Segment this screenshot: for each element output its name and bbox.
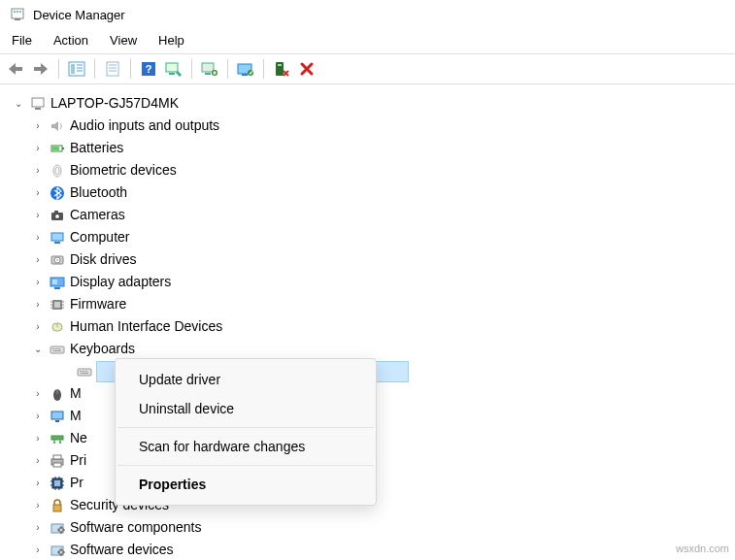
tree-category[interactable]: ›Human Interface Devices bbox=[4, 315, 731, 338]
tree-category[interactable]: ›Display adapters bbox=[4, 271, 731, 293]
caret-right-icon[interactable]: › bbox=[31, 164, 45, 178]
svg-rect-60 bbox=[58, 348, 60, 349]
svg-rect-95 bbox=[58, 529, 59, 531]
caret-right-icon[interactable]: › bbox=[31, 454, 45, 468]
svg-rect-32 bbox=[52, 147, 59, 150]
svg-rect-12 bbox=[107, 62, 118, 76]
svg-rect-24 bbox=[242, 74, 248, 76]
forward-button[interactable] bbox=[29, 57, 52, 81]
tree-category-label: Pr bbox=[70, 472, 84, 494]
tree-category-label: Human Interface Devices bbox=[70, 315, 222, 338]
svg-point-92 bbox=[60, 529, 62, 531]
battery-icon bbox=[49, 140, 66, 157]
caret-right-icon[interactable]: › bbox=[31, 119, 45, 133]
tree-category[interactable]: ›Cameras bbox=[4, 204, 731, 226]
caret-right-icon[interactable]: › bbox=[31, 410, 45, 423]
svg-rect-78 bbox=[53, 463, 61, 467]
toolbar-separator bbox=[227, 59, 228, 79]
mouse-icon bbox=[49, 385, 66, 403]
caret-right-icon[interactable]: › bbox=[31, 142, 45, 155]
back-button[interactable] bbox=[4, 57, 27, 81]
tree-category[interactable]: ⌄Keyboards bbox=[4, 338, 731, 360]
update-driver-button[interactable] bbox=[198, 57, 221, 81]
caret-down-icon[interactable]: ⌄ bbox=[12, 97, 25, 111]
caret-right-icon[interactable]: › bbox=[31, 544, 45, 557]
svg-rect-45 bbox=[54, 287, 60, 289]
caret-right-icon[interactable]: › bbox=[31, 231, 45, 245]
scan-hardware-button[interactable] bbox=[162, 57, 185, 81]
tree-root[interactable]: ⌄ LAPTOP-GJ57D4MK bbox=[4, 92, 731, 115]
tree-category-label: Disk drives bbox=[70, 248, 136, 271]
svg-rect-19 bbox=[169, 73, 175, 75]
monitor-icon bbox=[49, 408, 66, 425]
caret-right-icon[interactable]: › bbox=[31, 499, 45, 512]
tree-category[interactable]: ›Computer bbox=[4, 226, 731, 248]
show-hidden-button[interactable] bbox=[65, 57, 88, 81]
menu-action[interactable]: Action bbox=[53, 33, 88, 48]
svg-rect-29 bbox=[35, 108, 41, 110]
tree-category[interactable]: ›Bluetooth bbox=[4, 181, 731, 204]
caret-right-icon[interactable]: › bbox=[31, 320, 45, 334]
device-manager-icon bbox=[10, 7, 25, 22]
menu-help[interactable]: Help bbox=[158, 33, 184, 48]
tree-category-label: Firmware bbox=[70, 293, 126, 315]
keyboard-icon bbox=[49, 341, 66, 358]
tree-category-label: Audio inputs and outputs bbox=[70, 115, 219, 137]
svg-rect-58 bbox=[52, 348, 54, 349]
caret-right-icon[interactable]: › bbox=[31, 432, 45, 445]
enable-device-button[interactable] bbox=[234, 57, 257, 81]
svg-rect-63 bbox=[80, 371, 82, 372]
svg-rect-96 bbox=[64, 529, 65, 531]
svg-rect-48 bbox=[54, 302, 60, 308]
context-update-driver[interactable]: Update driver bbox=[116, 365, 376, 394]
tree-category[interactable]: ›Software components bbox=[4, 516, 731, 539]
caret-right-icon[interactable]: › bbox=[31, 477, 45, 490]
svg-rect-93 bbox=[60, 526, 62, 527]
audio-icon bbox=[49, 117, 66, 135]
tree-category[interactable]: ›Software devices bbox=[4, 539, 731, 560]
svg-rect-18 bbox=[166, 63, 178, 72]
caret-right-icon[interactable]: › bbox=[31, 276, 45, 289]
tree-category-label: Keyboards bbox=[70, 338, 135, 360]
caret-right-icon[interactable]: › bbox=[31, 253, 45, 267]
context-scan-hardware[interactable]: Scan for hardware changes bbox=[116, 432, 376, 461]
properties-button[interactable] bbox=[101, 57, 124, 81]
menubar: File Action View Help bbox=[0, 29, 735, 53]
help-button[interactable]: ? bbox=[137, 57, 160, 81]
tree-category[interactable]: ›Biometric devices bbox=[4, 159, 731, 181]
svg-rect-57 bbox=[50, 346, 64, 353]
menu-file[interactable]: File bbox=[12, 33, 32, 48]
caret-right-icon[interactable]: › bbox=[31, 298, 45, 312]
device-tree: ⌄ LAPTOP-GJ57D4MK ›Audio inputs and outp… bbox=[0, 84, 735, 560]
svg-rect-20 bbox=[202, 63, 214, 72]
context-separator bbox=[117, 465, 374, 466]
caret-down-icon[interactable]: ⌄ bbox=[31, 343, 45, 356]
svg-rect-21 bbox=[205, 73, 211, 75]
svg-point-3 bbox=[17, 11, 18, 13]
svg-rect-103 bbox=[64, 551, 65, 553]
caret-right-icon[interactable]: › bbox=[31, 521, 45, 535]
svg-rect-94 bbox=[60, 532, 62, 533]
caret-right-icon[interactable]: › bbox=[31, 186, 45, 200]
tree-category[interactable]: ›Audio inputs and outputs bbox=[4, 115, 731, 137]
context-properties[interactable]: Properties bbox=[116, 470, 376, 499]
window-title: Device Manager bbox=[33, 8, 125, 22]
svg-rect-69 bbox=[51, 412, 63, 419]
toolbar: ? bbox=[0, 53, 735, 84]
caret-right-icon[interactable]: › bbox=[31, 209, 45, 222]
tree-category[interactable]: ›Disk drives bbox=[4, 248, 731, 271]
caret-right-icon[interactable]: › bbox=[31, 387, 45, 401]
tree-category-label: Software components bbox=[70, 516, 201, 539]
disk-icon bbox=[49, 251, 66, 269]
svg-rect-59 bbox=[55, 348, 57, 349]
menu-view[interactable]: View bbox=[110, 33, 137, 48]
svg-point-99 bbox=[60, 551, 62, 553]
svg-rect-6 bbox=[34, 67, 41, 71]
tree-category[interactable]: ›Batteries bbox=[4, 137, 731, 159]
tree-category[interactable]: ›Firmware bbox=[4, 293, 731, 315]
toolbar-separator bbox=[263, 59, 264, 79]
context-uninstall-device[interactable]: Uninstall device bbox=[116, 394, 376, 423]
uninstall-device-button[interactable] bbox=[295, 57, 318, 81]
disable-device-button[interactable] bbox=[270, 57, 293, 81]
svg-rect-62 bbox=[78, 369, 91, 376]
